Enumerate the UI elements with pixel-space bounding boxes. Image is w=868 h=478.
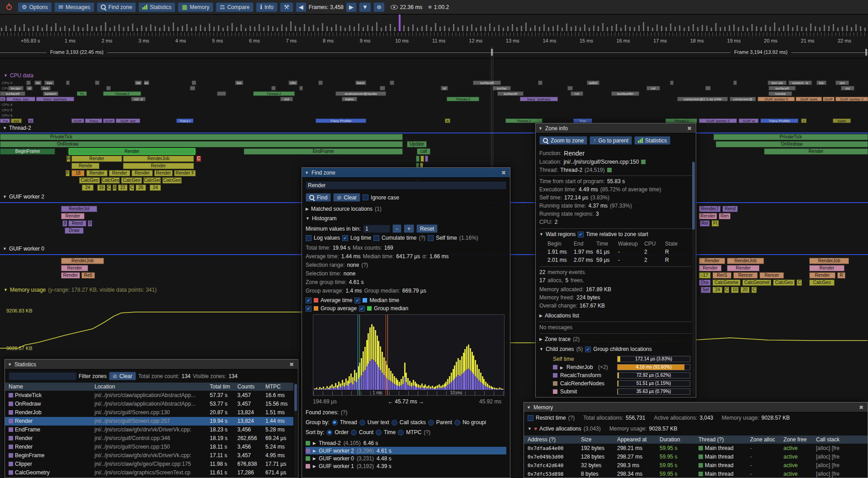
group-children-checkbox[interactable]: ✔ [585, 346, 591, 352]
timeline-zone[interactable]: RenderJ [699, 206, 721, 212]
cumulate-time-checkbox[interactable] [373, 235, 379, 241]
cpu-zone[interactable]: au [144, 80, 149, 85]
timeline-zone[interactable] [425, 156, 428, 162]
timeline-zone[interactable]: Render [699, 213, 717, 219]
child-zone-row[interactable]: Self time172.14 µs (3.83%) [536, 356, 696, 363]
timeline-zone[interactable]: Render [86, 170, 108, 176]
sort-by-count[interactable] [351, 430, 357, 435]
timeline-zone[interactable]: CalcGeo [773, 279, 795, 286]
timeline-zone[interactable]: 10 [731, 287, 739, 293]
collapse-icon[interactable]: ▼ [4, 288, 8, 292]
timeline-zone[interactable]: Render [61, 265, 88, 271]
stats-table-row[interactable]: OnRedrawjni/../jni/src/claw/application/… [5, 400, 293, 408]
timeline-zone[interactable]: 20 [741, 287, 750, 293]
log-time-checkbox[interactable]: ✔ [342, 235, 348, 241]
timeline-zone[interactable]: Rende [71, 163, 99, 169]
timeline-zone[interactable]: RenderJob [61, 258, 104, 264]
cpu-zone[interactable]: GUIF [103, 118, 115, 123]
stats-table-row[interactable]: PrivateTickjni/../jni/src/claw/applicati… [5, 391, 293, 400]
cpu-zone[interactable] [106, 86, 111, 90]
cpu-zone[interactable]: tracy_systrace [520, 97, 558, 101]
cpu-zone[interactable]: Th [77, 91, 87, 96]
timeline-zone[interactable]: RenderJob [809, 258, 849, 264]
timeline-zone[interactable]: CalcGeome [712, 279, 741, 286]
timeline-zone[interactable]: Render [132, 170, 153, 176]
cpu-zone[interactable] [190, 86, 195, 90]
cpu-zone[interactable]: GUIF [71, 118, 84, 123]
timeline-zone[interactable]: Render [699, 258, 725, 264]
cpu-zone[interactable]: md [280, 97, 293, 101]
timeline-zone[interactable]: CalcGeomet [742, 279, 771, 286]
allocation-row[interactable]: 0x7e049b3d00128 bytes298.27 ms59.95 sMai… [524, 453, 868, 461]
timeline-zone[interactable]: CalcGeo [101, 177, 120, 184]
cpu-zone[interactable]: Trac [573, 118, 592, 123]
expand-icon[interactable]: ▶ [313, 441, 316, 445]
timeline-zone[interactable]: Render [809, 272, 835, 279]
cpu-zone[interactable]: surfac [493, 86, 511, 90]
close-icon[interactable]: ✖ [686, 125, 693, 132]
column-header[interactable]: Call stack [816, 435, 867, 444]
cpu-zone[interactable]: sys [41, 86, 51, 90]
cpu-zone[interactable]: sys [44, 80, 54, 85]
timeline-zone[interactable]: C [107, 185, 111, 191]
tools-button[interactable]: ⚒ [280, 2, 293, 12]
timeline-zone[interactable]: R [66, 156, 71, 162]
cpu-zone[interactable]: Tracy I [176, 118, 193, 123]
cpu-zone[interactable]: Tracy Profiler [316, 118, 366, 123]
timeline-zone[interactable]: 22 [118, 185, 127, 191]
timeline-zone[interactable]: Sel [701, 287, 711, 293]
cpu-zone[interactable]: Thread-2 [253, 91, 295, 96]
time-relative-checkbox[interactable]: ✔ [578, 232, 584, 237]
clear-button[interactable]: ⊘Clear [333, 193, 360, 202]
sort-by-time[interactable] [376, 430, 382, 435]
cpu-zone[interactable]: GUIF [823, 97, 835, 101]
allocation-row[interactable]: 0x7dfc42d64032 bytes298.3 ms59.95 sMain … [524, 461, 868, 470]
clear-button[interactable]: ⊘Clear [109, 372, 136, 380]
scrollbar[interactable] [294, 383, 297, 477]
timeline-zone[interactable]: 24 [150, 185, 161, 191]
column-header[interactable]: Total tim [210, 383, 236, 391]
cpu-zone[interactable]: composer@2.1-se (HW [677, 97, 728, 101]
timeline-zone[interactable]: Rel [700, 220, 710, 227]
timeline-zone[interactable]: Render [764, 148, 868, 155]
cpu-zone[interactable]: surfacefl [0, 91, 25, 96]
scrollbar-thumb[interactable] [294, 384, 297, 411]
collapse-icon[interactable]: ▼ [8, 362, 12, 367]
cpu-zone[interactable]: surfaceflin [611, 91, 639, 96]
timeline-zone[interactable]: Re5 [81, 272, 95, 279]
compare-button[interactable]: ⚖Compare [216, 2, 254, 12]
expand-icon[interactable]: ▶ [313, 456, 316, 461]
timeline-zone[interactable]: Render [727, 265, 760, 271]
cpu-zone[interactable]: composer@ [730, 97, 756, 101]
timeline-zone[interactable]: Ft [712, 220, 719, 227]
cpu-zone[interactable] [318, 80, 323, 85]
cpu-zone[interactable]: GUIF wor [116, 118, 140, 123]
column-header[interactable]: MTPC [265, 383, 292, 391]
legend-checkbox[interactable]: ✔ [306, 306, 311, 312]
cpu-zone[interactable] [95, 80, 99, 85]
find-zone-titlebar[interactable]: ▼ Find zone ✖ [302, 168, 510, 178]
cpu-zone[interactable] [217, 91, 226, 96]
stats-table-row[interactable]: Clipperjni/../jni/src/claw/gfx/geo/Clipp… [5, 460, 293, 469]
collapse-icon[interactable]: ▼ [527, 405, 531, 410]
restrict-time-checkbox[interactable] [528, 415, 533, 421]
timeline-zone[interactable]: R [837, 272, 845, 279]
zone-info-titlebar[interactable]: ▼ Zone info ✖ [536, 123, 696, 133]
timeline-zone[interactable]: CalcGeo [809, 279, 835, 286]
stats-table-row[interactable]: Renderjni/../jni/src/guif/Screen.cpp:150… [5, 443, 293, 451]
reset-button[interactable]: Reset [416, 224, 438, 233]
close-icon[interactable]: ✖ [858, 404, 865, 411]
decrement-button[interactable]: - [392, 224, 401, 233]
timeline-zone[interactable]: -17 [699, 272, 711, 279]
timeline-zone[interactable]: OnRedraw [0, 141, 403, 147]
stats-table-row[interactable]: EndFramejni/../jni/src/claw/gfx/drv/vk/D… [5, 426, 293, 434]
column-header[interactable]: Zone free [783, 435, 813, 444]
zoom-to-zone-button[interactable]: Zoom to zone [539, 136, 587, 145]
allocation-row[interactable]: 0x7dfaa64e00192 bytes298.21 ms59.95 sMai… [524, 444, 868, 453]
cpu-zone[interactable]: Thread-2 [505, 118, 542, 123]
timeline-zone[interactable]: C [724, 287, 729, 293]
increment-button[interactable]: + [404, 224, 414, 233]
timeline-zone[interactable]: RenderJol [61, 206, 97, 212]
found-zone-group-row[interactable]: ▶GUIF worker 1(3,192)4.39 s [306, 462, 506, 470]
stats-table-row[interactable]: CalcGeometryjni/../jni/src/claw/graphics… [5, 469, 293, 477]
